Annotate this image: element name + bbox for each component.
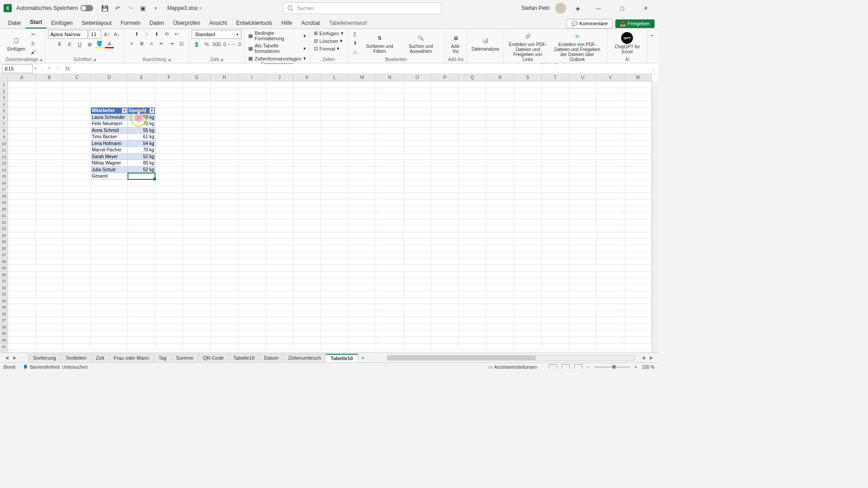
- cell[interactable]: [431, 180, 459, 187]
- cell[interactable]: [156, 278, 183, 285]
- cell[interactable]: [514, 311, 542, 318]
- cell[interactable]: [183, 298, 211, 305]
- cell[interactable]: [238, 193, 266, 200]
- cell[interactable]: [404, 258, 431, 265]
- cell[interactable]: [459, 193, 486, 200]
- cell[interactable]: [431, 108, 459, 114]
- cell[interactable]: [569, 147, 597, 154]
- cell[interactable]: [238, 330, 266, 337]
- cell[interactable]: [542, 154, 569, 160]
- cell[interactable]: [486, 239, 514, 245]
- status-accessibility[interactable]: 👤 Barrierefreiheit: Untersuchen: [23, 365, 88, 369]
- cell[interactable]: [459, 147, 486, 154]
- cell[interactable]: [349, 173, 376, 180]
- cell[interactable]: [8, 121, 36, 127]
- cell[interactable]: [624, 324, 652, 331]
- cell[interactable]: [293, 186, 321, 193]
- cell[interactable]: [376, 186, 404, 193]
- cell[interactable]: [569, 311, 597, 318]
- search-input[interactable]: Suchen: [283, 2, 441, 14]
- cell[interactable]: [266, 291, 293, 298]
- border-icon[interactable]: ⊞: [85, 40, 94, 48]
- cell[interactable]: [63, 304, 91, 311]
- cell[interactable]: [91, 291, 128, 298]
- cell[interactable]: [376, 101, 404, 108]
- cell[interactable]: [431, 160, 459, 167]
- cell[interactable]: [293, 173, 321, 180]
- cell[interactable]: [321, 239, 349, 245]
- tab-view[interactable]: Ansicht: [205, 18, 231, 28]
- cell[interactable]: [486, 121, 514, 127]
- row-header[interactable]: 9: [0, 134, 8, 141]
- cell[interactable]: [404, 291, 431, 298]
- cell[interactable]: [486, 186, 514, 193]
- cell[interactable]: [486, 154, 514, 160]
- cell[interactable]: [321, 121, 349, 127]
- cell[interactable]: [486, 343, 514, 350]
- cell[interactable]: [459, 199, 486, 206]
- cell[interactable]: [91, 232, 128, 239]
- column-header[interactable]: H: [211, 74, 238, 81]
- page-break-view-icon[interactable]: [574, 364, 582, 369]
- cell[interactable]: [211, 167, 238, 174]
- cell[interactable]: [211, 160, 238, 167]
- cell[interactable]: 52 kg: [128, 154, 156, 160]
- cell[interactable]: [266, 127, 293, 134]
- cell[interactable]: [597, 343, 624, 350]
- cell[interactable]: [211, 134, 238, 141]
- cell[interactable]: [431, 311, 459, 318]
- camera-icon[interactable]: ▣: [139, 4, 147, 12]
- cell[interactable]: [459, 154, 486, 160]
- cell[interactable]: [183, 108, 211, 114]
- cell[interactable]: [8, 147, 36, 154]
- cell[interactable]: [459, 81, 486, 88]
- cell[interactable]: [266, 167, 293, 174]
- cell[interactable]: [293, 324, 321, 331]
- cell[interactable]: [514, 219, 542, 226]
- cell[interactable]: [63, 180, 91, 187]
- cell[interactable]: [376, 147, 404, 154]
- cell[interactable]: [624, 193, 652, 200]
- cell[interactable]: [624, 232, 652, 239]
- cell[interactable]: [569, 193, 597, 200]
- cell[interactable]: [211, 225, 238, 232]
- copy-icon[interactable]: ⎘: [28, 39, 38, 47]
- row-header[interactable]: 19: [0, 199, 8, 206]
- cell[interactable]: Lena Hofmann: [91, 141, 128, 147]
- cell[interactable]: [128, 101, 156, 108]
- cell[interactable]: [624, 330, 652, 337]
- cell[interactable]: [293, 81, 321, 88]
- insert-cells-button[interactable]: ⊞ Einfügen ▾: [313, 30, 344, 37]
- tab-review[interactable]: Überprüfen: [169, 18, 205, 28]
- cell[interactable]: [293, 180, 321, 187]
- cell[interactable]: [183, 304, 211, 311]
- cell[interactable]: [211, 304, 238, 311]
- cell[interactable]: [63, 154, 91, 160]
- cell[interactable]: [63, 114, 91, 121]
- tab-formulas[interactable]: Formeln: [116, 18, 145, 28]
- cell[interactable]: [8, 160, 36, 167]
- cell[interactable]: [156, 298, 183, 305]
- cell[interactable]: [459, 88, 486, 95]
- cell[interactable]: [321, 225, 349, 232]
- cell[interactable]: [321, 311, 349, 318]
- collapse-ribbon-icon[interactable]: ⌄: [648, 30, 656, 39]
- cell[interactable]: [431, 278, 459, 285]
- cell[interactable]: [238, 147, 266, 154]
- cell[interactable]: [63, 337, 91, 344]
- cell[interactable]: [36, 225, 63, 232]
- cell[interactable]: [321, 317, 349, 324]
- cell[interactable]: [624, 291, 652, 298]
- cell[interactable]: [431, 252, 459, 258]
- cell[interactable]: [486, 225, 514, 232]
- cell[interactable]: [8, 219, 36, 226]
- cell[interactable]: [376, 199, 404, 206]
- cell[interactable]: [266, 252, 293, 258]
- cell[interactable]: [293, 121, 321, 127]
- cell[interactable]: [376, 272, 404, 278]
- cell[interactable]: [349, 225, 376, 232]
- cell[interactable]: [514, 324, 542, 331]
- cell[interactable]: [293, 311, 321, 318]
- cell[interactable]: [597, 193, 624, 200]
- cell[interactable]: [128, 291, 156, 298]
